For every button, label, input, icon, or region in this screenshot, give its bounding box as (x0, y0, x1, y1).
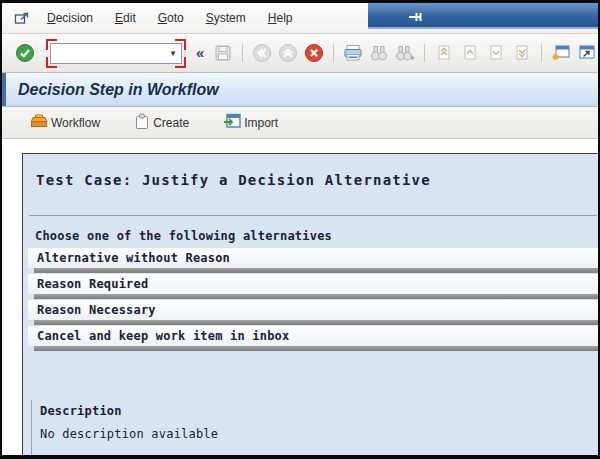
page-title: Decision Step in Workflow (18, 81, 219, 99)
menu-system[interactable]: System (195, 7, 257, 29)
alternative-option-1[interactable]: Alternative without Reason (28, 248, 598, 268)
workflow-button[interactable]: Workflow (24, 110, 106, 135)
alternative-option-2[interactable]: Reason Required (28, 274, 598, 294)
create-button[interactable]: Create (128, 110, 195, 136)
toolbar-separator (541, 44, 542, 62)
description-label: Description (40, 404, 598, 418)
heading-divider (29, 215, 597, 216)
import-icon (223, 113, 241, 132)
back-icon (251, 41, 273, 65)
alternative-row[interactable]: Reason Necessary (28, 300, 598, 325)
alternative-option-4[interactable]: Cancel and keep work item in inbox (28, 326, 598, 346)
toolbar-separator (242, 44, 243, 62)
workflow-button-label: Workflow (51, 116, 100, 130)
previous-page-icon (459, 41, 481, 65)
sap-gui-window: Decision Edit Goto System Help (0, 0, 600, 459)
enter-icon[interactable] (14, 41, 36, 65)
import-button[interactable]: Import (217, 110, 284, 135)
first-page-icon (433, 41, 455, 65)
alternative-option-3[interactable]: Reason Necessary (28, 300, 598, 320)
decision-frame: Test Case: Justify a Decision Alternativ… (22, 153, 598, 455)
command-field-box: ▾ (50, 43, 182, 64)
cancel-icon[interactable] (303, 41, 325, 65)
menu-bar: Decision Edit Goto System Help (2, 3, 598, 34)
alternative-row[interactable]: Alternative without Reason (28, 248, 598, 273)
create-button-label: Create (153, 116, 189, 130)
alternatives-list: Alternative without Reason Reason Requir… (28, 248, 598, 351)
save-icon (212, 41, 234, 65)
content-area: Test Case: Justify a Decision Alternativ… (2, 139, 598, 455)
row-shadow (34, 346, 598, 351)
workflow-icon (30, 113, 48, 132)
find-next-icon (394, 41, 416, 65)
highlight-brackets: ▾ (46, 39, 186, 68)
toolbar-separator (333, 44, 334, 62)
description-section: Description No description available (31, 400, 598, 455)
alternatives-prompt: Choose one of the following alternatives (35, 229, 598, 243)
command-field[interactable] (51, 46, 165, 61)
toolbar-separator (424, 44, 425, 62)
find-icon (368, 41, 390, 65)
system-menu-icon[interactable] (14, 11, 30, 26)
application-toolbar: Workflow Create (2, 107, 598, 139)
standard-toolbar: ▾ « (2, 34, 598, 73)
print-icon[interactable] (342, 41, 364, 65)
next-page-icon (485, 41, 507, 65)
alternative-row[interactable]: Cancel and keep work item in inbox (28, 326, 598, 351)
description-text: No description available (40, 427, 598, 441)
last-page-icon (511, 41, 533, 65)
menu-edit[interactable]: Edit (104, 7, 147, 29)
window-body: Decision Edit Goto System Help (2, 3, 598, 455)
row-shadow (34, 268, 598, 273)
create-icon (134, 113, 150, 133)
exit-icon (277, 41, 299, 65)
menu-goto[interactable]: Goto (147, 7, 195, 29)
import-button-label: Import (244, 116, 278, 130)
alternative-row[interactable]: Reason Required (28, 274, 598, 299)
menu-decision[interactable]: Decision (36, 7, 104, 29)
new-session-icon[interactable] (550, 41, 572, 65)
dock-pin-icon (408, 9, 424, 27)
title-bar: Decision Step in Workflow (2, 73, 598, 107)
shortcut-icon[interactable] (576, 41, 598, 65)
collapse-icon[interactable]: « (196, 44, 204, 61)
decision-heading: Test Case: Justify a Decision Alternativ… (36, 172, 598, 188)
theme-band (306, 3, 598, 29)
menu-help[interactable]: Help (257, 7, 304, 29)
row-shadow (34, 294, 598, 299)
row-shadow (34, 320, 598, 325)
